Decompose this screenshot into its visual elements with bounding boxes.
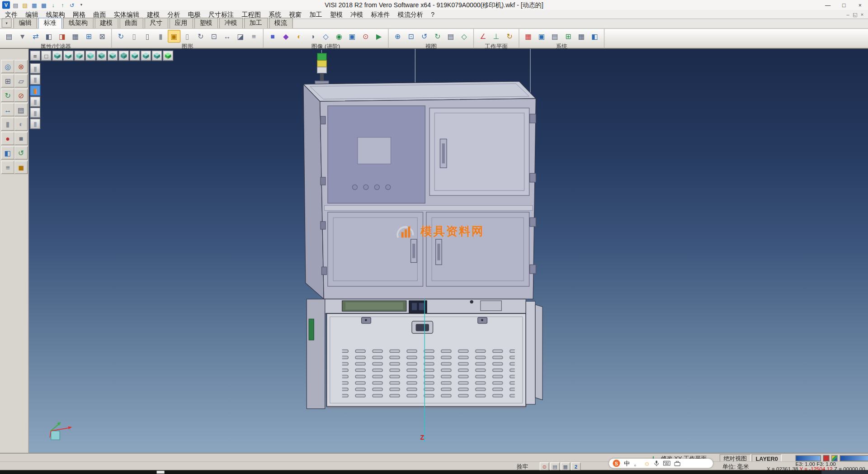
analyze-icon[interactable]: ≡ [1,161,14,174]
select-edge-icon[interactable]: ▮ [30,108,40,118]
zoom-all-icon[interactable]: ⊕ [392,30,404,43]
menu-machining[interactable]: 加工 [306,10,326,19]
select-point-icon[interactable]: ▮ [30,63,40,74]
zoom-window-icon[interactable]: ⊡ [405,30,417,43]
child-close-icon[interactable]: × [861,12,863,17]
child-restore-icon[interactable]: ◱ [853,12,857,17]
element-filter-icon[interactable]: ◧ [42,30,55,43]
ime-keyboard-icon[interactable] [663,461,670,466]
grid-icon[interactable]: ▦ [575,30,588,43]
menu-help[interactable]: ? [427,10,439,19]
tab-mold[interactable]: 塑模 [194,18,218,28]
ime-punctuation-toggle[interactable]: 。 [634,459,640,467]
dimetric-view-icon[interactable] [141,50,151,61]
dynamic-rotate-icon[interactable]: ↻ [194,30,207,43]
revolve-icon[interactable]: ◐ [14,118,28,131]
erase-icon[interactable]: ⊘ [14,89,28,102]
printer-icon[interactable]: ▦ [561,462,570,470]
tab-standard[interactable]: 标准 [38,18,62,28]
left-view-icon[interactable] [96,50,107,61]
delete-icon[interactable]: ● [1,132,14,145]
shaded-mode-icon[interactable]: ▮ [155,30,167,43]
pin-icon[interactable]: ⊙ [540,462,549,470]
mask-icon[interactable]: ⊠ [96,30,108,43]
display-config-icon[interactable]: ▣ [535,30,548,43]
graphics-options-icon[interactable]: ≡ [247,30,260,43]
fill-icon[interactable]: ◼ [14,161,28,174]
select-group-icon[interactable]: ▮ [30,118,40,129]
wireframe-mode-icon[interactable]: ▯ [128,30,141,43]
save-all-icon[interactable]: ▩ [40,1,47,9]
quick-access-more-icon[interactable]: ▾ [77,1,85,9]
tab-die[interactable]: 冲模 [219,18,243,28]
child-minimize-icon[interactable]: – [846,12,849,17]
materials-icon[interactable]: ◆ [279,30,292,43]
trimetric-view-icon[interactable] [152,50,162,61]
shadow-icon[interactable]: ◑ [306,30,319,43]
top-view-icon[interactable] [63,50,74,61]
maximize-button[interactable]: □ [836,0,852,10]
workplane-rotate-icon[interactable]: ↻ [503,30,516,43]
minimize-button[interactable]: — [820,0,836,10]
doc-icon[interactable]: ▤ [550,462,560,470]
tab-flow[interactable]: 模流 [269,18,292,28]
workplane-align-icon[interactable]: ⊥ [490,30,503,43]
import-icon[interactable]: ↓ [49,1,57,9]
lock-toggle[interactable]: 拴牢 [516,463,528,471]
lighting-icon[interactable]: ◐ [293,30,306,43]
tab-application[interactable]: 应用 [169,18,193,28]
system-colors-icon[interactable]: ▦ [522,30,535,43]
hidden-line-mode-icon[interactable]: ▯ [141,30,154,43]
highlight-toggle-icon[interactable]: ▣ [168,30,180,43]
shaded-cube-icon[interactable] [163,50,173,61]
quick-pick-icon[interactable]: ⊞ [82,30,95,43]
3d-viewport[interactable]: ≡ □ ▮ ▮ ▮ ▮ ▮ ▮ [29,49,868,453]
menu-standard-parts[interactable]: 标准件 [367,10,394,19]
select-curve-icon[interactable]: ▮ [30,74,40,85]
attribute-filter-icon[interactable]: ▼ [16,30,29,43]
perspective-icon[interactable]: ◇ [458,30,471,43]
tab-edit[interactable]: 编辑 [13,18,37,28]
gradient-swatch-2[interactable] [840,455,868,461]
ime-language-toggle[interactable]: 中 [624,459,630,467]
transparency-icon[interactable]: ◇ [320,30,332,43]
sketch-icon[interactable]: ▱ [14,74,28,87]
close-button[interactable]: × [852,0,868,10]
ime-emoji-icon[interactable]: ☺ [644,460,650,467]
view-menu-icon[interactable]: ≡ [30,50,40,61]
sheet-icon[interactable]: ▤ [14,103,28,116]
wireframe-toggle-icon[interactable]: □ [41,50,52,61]
trim-icon[interactable]: ⊗ [14,60,28,73]
tab-surface[interactable]: 曲面 [119,18,143,28]
tab-wireframe[interactable]: 线架构 [63,18,94,28]
cylinder-mode-icon[interactable]: ▯ [181,30,193,43]
ime-toolbox-icon[interactable] [675,460,680,466]
right-view-icon[interactable] [85,50,96,61]
help-badge[interactable]: 2 [571,462,581,470]
pan-icon[interactable]: ↔ [221,30,234,43]
workplane-xy-icon[interactable]: ∠ [476,30,489,43]
open-file-icon[interactable]: ▧ [21,1,29,9]
tab-dropdown-icon[interactable]: ▼ [2,18,12,28]
snap-icon[interactable]: ⊞ [562,30,575,43]
view-list-icon[interactable]: ▤ [444,30,457,43]
bottom-view-icon[interactable] [118,50,129,61]
color-filter-icon[interactable]: ◨ [56,30,69,43]
snapshot-icon[interactable]: ⊙ [359,30,372,43]
new-file-icon[interactable]: ▤ [12,1,19,9]
animation-icon[interactable]: ▶ [373,30,385,43]
edit-solid-icon[interactable]: ◧ [1,146,14,159]
undo-icon[interactable]: ↺ [14,146,28,159]
transform-icon[interactable]: ↻ [1,89,14,102]
layer-manager-icon[interactable]: ▤ [548,30,561,43]
ime-mic-icon[interactable] [654,460,659,466]
taskbar-app-sliver[interactable] [157,471,165,474]
tab-machining[interactable]: 加工 [244,18,268,28]
ime-logo-icon[interactable]: S [613,460,620,467]
front-view-icon[interactable] [74,50,85,61]
layer-filter-icon[interactable]: ▦ [69,30,82,43]
render-icon[interactable]: ■ [266,30,279,43]
match-properties-icon[interactable]: ⇄ [29,30,42,43]
options-icon[interactable]: ◧ [589,30,601,43]
tab-modeling[interactable]: 建模 [94,18,118,28]
